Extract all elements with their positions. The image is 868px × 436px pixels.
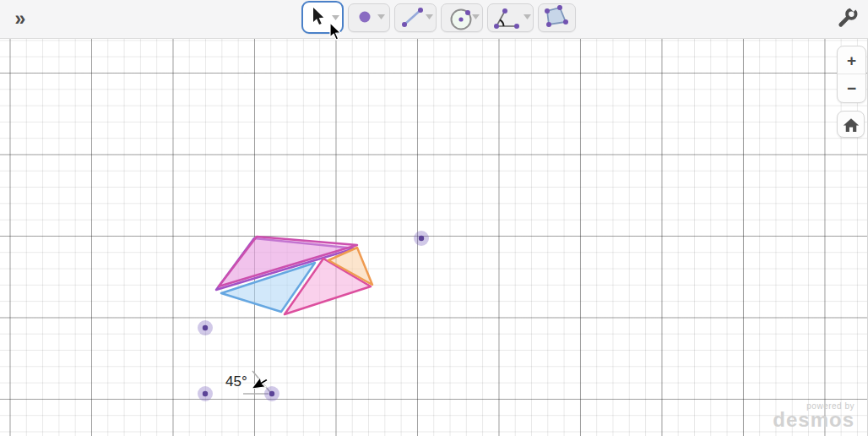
tool-point-button[interactable] <box>348 3 390 32</box>
tool-select-button[interactable] <box>301 1 344 34</box>
chevron-down-icon <box>524 14 531 19</box>
geometry-canvas[interactable] <box>0 38 868 436</box>
zoom-in-button[interactable]: + <box>838 46 865 74</box>
app-window: powered by desmos » <box>0 0 868 436</box>
chevron-down-icon <box>472 14 480 19</box>
tool-circle-button[interactable] <box>441 3 483 32</box>
polygon-icon <box>539 4 575 31</box>
zoom-controls: + − <box>837 46 866 138</box>
home-view-button[interactable] <box>837 111 865 138</box>
watermark: powered by desmos <box>773 401 854 429</box>
tool-segment-button[interactable] <box>394 3 437 32</box>
chevron-down-icon <box>332 15 339 20</box>
zoom-out-button[interactable]: − <box>838 74 865 102</box>
double-chevron-icon: » <box>15 8 26 30</box>
circle-icon <box>442 4 482 31</box>
point-icon <box>349 4 389 31</box>
expand-panel-button[interactable]: » <box>7 5 34 32</box>
segment-icon <box>395 4 436 31</box>
zoom-group: + − <box>837 46 866 103</box>
chevron-down-icon <box>426 14 433 19</box>
cursor-arrow-icon <box>303 3 344 34</box>
watermark-desmos-logo: desmos <box>773 411 854 429</box>
toolbar: » <box>0 0 868 39</box>
settings-button[interactable] <box>834 5 861 32</box>
wrench-icon <box>837 7 859 29</box>
angle-icon <box>488 4 533 31</box>
tool-angle-button[interactable] <box>487 3 534 32</box>
tool-polygon-button[interactable] <box>538 3 576 32</box>
chevron-down-icon <box>377 14 385 19</box>
home-icon <box>843 117 860 134</box>
